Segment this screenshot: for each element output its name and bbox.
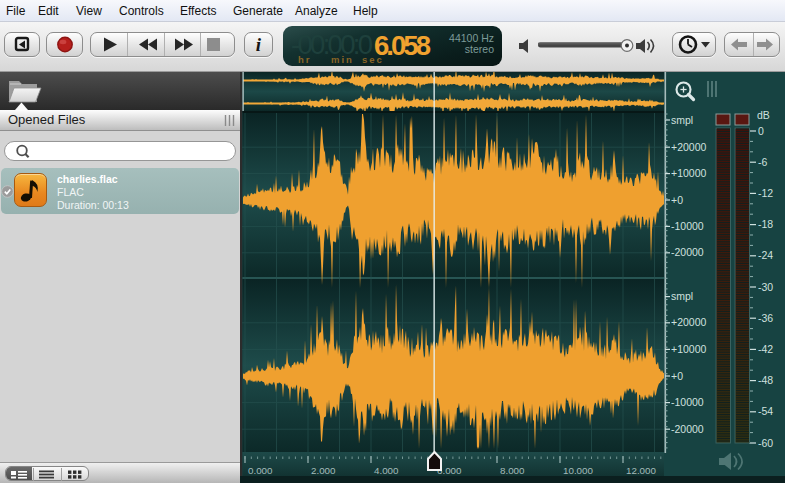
svg-text:2.000: 2.000 bbox=[311, 465, 336, 476]
svg-text:-36: -36 bbox=[758, 312, 773, 324]
svg-text:8.000: 8.000 bbox=[500, 465, 525, 476]
svg-text:stereo: stereo bbox=[465, 43, 494, 55]
svg-text:sec: sec bbox=[362, 54, 384, 65]
svg-text:0: 0 bbox=[758, 125, 764, 137]
svg-text:-20000: -20000 bbox=[671, 423, 704, 435]
svg-text:-18: -18 bbox=[758, 218, 773, 230]
svg-text:-42: -42 bbox=[758, 343, 773, 355]
svg-text:hr: hr bbox=[298, 54, 312, 65]
svg-text:+0: +0 bbox=[671, 194, 683, 206]
svg-text:-20000: -20000 bbox=[671, 246, 704, 258]
svg-text:smpl: smpl bbox=[671, 114, 693, 126]
svg-text:-48: -48 bbox=[758, 374, 773, 386]
svg-text:12.000: 12.000 bbox=[626, 465, 657, 476]
svg-text:44100 Hz: 44100 Hz bbox=[449, 32, 494, 44]
svg-text:-30: -30 bbox=[758, 281, 773, 293]
svg-text:0.000: 0.000 bbox=[248, 465, 273, 476]
svg-text:+20000: +20000 bbox=[671, 316, 706, 328]
svg-text:+10000: +10000 bbox=[671, 167, 706, 179]
svg-text:-10000: -10000 bbox=[671, 220, 704, 232]
svg-text:4.000: 4.000 bbox=[374, 465, 399, 476]
svg-text:-12: -12 bbox=[758, 187, 773, 199]
svg-text:-10000: -10000 bbox=[671, 396, 704, 408]
svg-text:-60: -60 bbox=[758, 437, 773, 449]
svg-text:-24: -24 bbox=[758, 249, 773, 261]
svg-text:min: min bbox=[331, 54, 354, 65]
svg-text:smpl: smpl bbox=[671, 290, 693, 302]
svg-text:+10000: +10000 bbox=[671, 343, 706, 355]
svg-text:-54: -54 bbox=[758, 405, 773, 417]
svg-text:+0: +0 bbox=[671, 370, 683, 382]
svg-text:dB: dB bbox=[757, 109, 770, 121]
svg-text:+20000: +20000 bbox=[671, 141, 706, 153]
svg-text:10.000: 10.000 bbox=[563, 465, 594, 476]
svg-text:-6: -6 bbox=[758, 156, 767, 168]
